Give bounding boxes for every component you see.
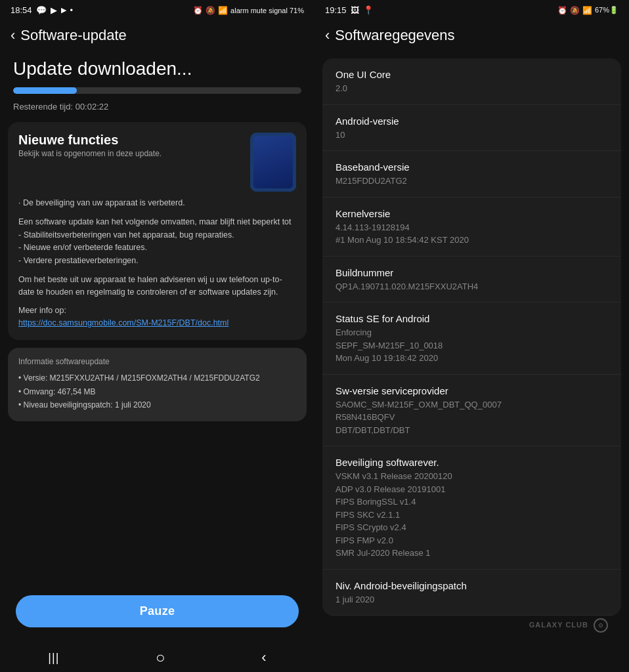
signal-icon: 📶 (218, 6, 228, 15)
left-panel: 18:54 💬 ▶ ▶ • ⏰ 🔕 📶 alarm mute signal 71… (0, 0, 314, 672)
right-back-button[interactable]: ‹ (325, 27, 330, 44)
right-battery: 67%🔋 (595, 6, 618, 14)
spacer (0, 432, 314, 595)
info-card: Informatie softwareupdate • Versie: M215… (8, 348, 307, 421)
phone-illustration (250, 133, 296, 192)
info-row: Status SE for AndroidEnforcing SEPF_SM-M… (322, 303, 621, 375)
info-row-label: Status SE for Android (336, 313, 608, 324)
functies-line7: Meer info op: (18, 304, 296, 317)
info-row-label: One UI Core (336, 69, 608, 80)
left-header-title: Software-update (20, 27, 126, 44)
functies-line5: - Verdere prestatieverbeteringen. (18, 255, 296, 267)
info-line2: • Omvang: 467,54 MB (18, 385, 296, 398)
left-status-left: 18:54 💬 ▶ ▶ • (11, 5, 73, 15)
left-status-bar: 18:54 💬 ▶ ▶ • ⏰ 🔕 📶 alarm mute signal 71… (0, 0, 314, 20)
info-row-value: 10 (336, 129, 608, 142)
watermark-logo: ⊙ (594, 618, 608, 633)
pause-button[interactable]: Pauze (16, 595, 299, 627)
nav-back-icon[interactable]: ‹ (261, 649, 266, 666)
left-back-button[interactable]: ‹ (11, 27, 15, 44)
info-row-label: Beveiliging softwarever. (336, 457, 608, 468)
right-location-icon: 📍 (363, 5, 374, 15)
whatsapp-icon: 💬 (36, 5, 47, 15)
svg-rect-4 (267, 146, 273, 152)
info-row-label: Kernelversie (336, 208, 608, 219)
left-status-right: ⏰ 🔕 📶 alarm mute signal 71% (193, 6, 304, 15)
info-card-body: • Versie: M215FXXU2ATH4 / M215FOXM2ATH4 … (18, 371, 296, 411)
info-row: One UI Core2.0 (322, 58, 621, 105)
svg-rect-7 (267, 155, 273, 161)
left-header: ‹ Software-update (0, 20, 314, 53)
info-row-label: Buildnummer (336, 267, 608, 278)
right-header-title: Softwaregegevens (335, 27, 454, 44)
battery-left: alarm mute signal 71% (230, 7, 304, 14)
info-row: Baseband-versieM215FDDU2ATG2 (322, 151, 621, 198)
functies-body: · De beveiliging van uw apparaat is verb… (18, 197, 296, 329)
watermark: GALAXY CLUB ⊙ (314, 616, 618, 646)
nieuwe-functies-subtitle: Bekijk wat is opgenomen in deze update. (18, 149, 162, 158)
nieuwe-functies-text-block: Nieuwe functies Bekijk wat is opgenomen … (18, 133, 162, 158)
functies-line6: Om het beste uit uw apparaat te halen ad… (18, 274, 296, 299)
functies-line3: - Stabiliteitsverbeteringen van het appa… (18, 229, 296, 242)
pause-button-container: Pauze (16, 595, 299, 627)
right-header: ‹ Softwaregegevens (314, 20, 629, 53)
info-row: Android-versie10 (322, 105, 621, 152)
phone-svg (250, 133, 296, 192)
nav-menu-icon[interactable]: ||| (48, 651, 59, 665)
info-row-label: Sw-versie serviceprovider (336, 385, 608, 396)
info-row-value: SAOMC_SM-M215F_OXM_DBT_QQ_0007 R58N416BQ… (336, 398, 608, 437)
functies-line4: - Nieuwe en/of verbeterde features. (18, 242, 296, 254)
play-icon: ▶ (61, 6, 66, 14)
mute-icon: 🔕 (206, 6, 215, 15)
svg-rect-8 (275, 155, 282, 161)
progress-fill (13, 87, 77, 94)
functies-line2: Een software update kan het volgende omv… (18, 216, 296, 228)
alarm-icon: ⏰ (193, 6, 203, 15)
nieuwe-functies-title: Nieuwe functies (18, 133, 162, 148)
right-time: 19:15 (325, 5, 347, 15)
info-row: BuildnummerQP1A.190711.020.M215FXXU2ATH4 (322, 257, 621, 303)
right-status-bar: 19:15 🖼 📍 ⏰ 🔕 📶 67%🔋 (314, 0, 629, 20)
info-row-value: QP1A.190711.020.M215FXXU2ATH4 (336, 280, 608, 293)
right-signal-icon: 📶 (582, 6, 592, 15)
svg-rect-1 (253, 136, 293, 188)
info-row: Sw-versie serviceproviderSAOMC_SM-M215F_… (322, 375, 621, 447)
info-row-label: Niv. Android-beveiligingspatch (336, 580, 608, 591)
nav-bar: ||| ○ ‹ (0, 640, 314, 672)
info-row: Niv. Android-beveiligingspatch1 juli 202… (322, 570, 621, 616)
info-row-value: 4.14.113-19128194 #1 Mon Aug 10 18:54:42… (336, 221, 608, 247)
info-card-title: Informatie softwareupdate (18, 357, 296, 366)
svg-rect-2 (255, 139, 291, 185)
left-time: 18:54 (11, 5, 32, 15)
nav-home-icon[interactable]: ○ (156, 648, 165, 667)
info-rows-container: One UI Core2.0Android-versie10Baseband-v… (322, 58, 621, 616)
right-status-left: 19:15 🖼 📍 (325, 5, 374, 15)
info-line3: • Niveau beveiligingspatch: 1 juli 2020 (18, 398, 296, 411)
svg-rect-3 (258, 146, 265, 152)
right-gallery-icon: 🖼 (351, 5, 359, 15)
svg-rect-5 (275, 146, 282, 152)
info-row-value: VSKM v3.1 Release 20200120 ADP v3.0 Rele… (336, 470, 608, 560)
nieuwe-functies-header: Nieuwe functies Bekijk wat is opgenomen … (18, 133, 296, 192)
right-mute-icon: 🔕 (570, 6, 580, 15)
right-alarm-icon: ⏰ (557, 6, 567, 15)
info-row-value: M215FDDU2ATG2 (336, 175, 608, 188)
info-line1: • Versie: M215FXXU2ATH4 / M215FOXM2ATH4 … (18, 371, 296, 385)
remaining-time: Resterende tijd: 00:02:22 (0, 99, 314, 122)
progress-bar (13, 87, 301, 94)
right-panel: 19:15 🖼 📍 ⏰ 🔕 📶 67%🔋 ‹ Softwaregegevens … (314, 0, 629, 672)
functies-link[interactable]: https://doc.samsungmobile.com/SM-M215F/D… (18, 317, 296, 329)
svg-rect-6 (258, 155, 265, 161)
watermark-text: GALAXY CLUB (529, 621, 588, 629)
dot-icon: • (70, 5, 74, 15)
download-title: Update downloaden... (0, 53, 314, 87)
info-row-label: Baseband-versie (336, 161, 608, 173)
info-row-value: Enforcing SEPF_SM-M215F_10_0018 Mon Aug … (336, 326, 608, 365)
info-row: Beveiliging softwarever.VSKM v3.1 Releas… (322, 446, 621, 570)
functies-line1: · De beveiliging van uw apparaat is verb… (18, 197, 296, 209)
info-row-value: 2.0 (336, 82, 608, 95)
nieuwe-functies-card: Nieuwe functies Bekijk wat is opgenomen … (8, 122, 307, 340)
info-row: Kernelversie4.14.113-19128194 #1 Mon Aug… (322, 198, 621, 257)
youtube-icon: ▶ (51, 5, 57, 15)
svg-rect-0 (250, 133, 296, 192)
